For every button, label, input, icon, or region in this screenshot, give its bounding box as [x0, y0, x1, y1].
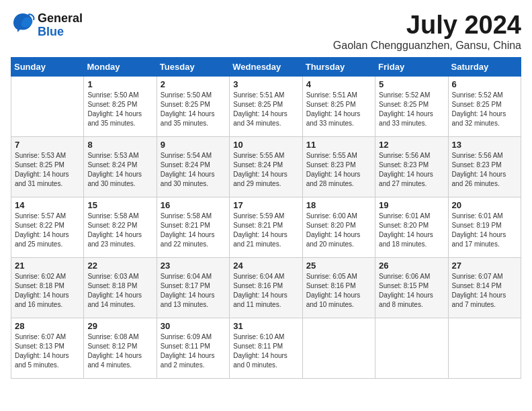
day-number: 5	[379, 79, 444, 89]
day-of-week-header: Thursday	[302, 58, 375, 77]
day-number: 10	[233, 140, 298, 150]
day-number: 2	[161, 79, 226, 89]
day-info: Sunrise: 5:51 AM Sunset: 8:25 PM Dayligh…	[306, 91, 371, 128]
calendar-day-cell: 20Sunrise: 6:01 AM Sunset: 8:19 PM Dayli…	[448, 197, 521, 258]
calendar-day-cell: 26Sunrise: 6:06 AM Sunset: 8:15 PM Dayli…	[375, 258, 448, 318]
day-info: Sunrise: 6:02 AM Sunset: 8:18 PM Dayligh…	[15, 272, 80, 310]
calendar-day-cell: 4Sunrise: 5:51 AM Sunset: 8:25 PM Daylig…	[302, 77, 375, 137]
month-title: July 2024	[333, 11, 521, 40]
day-info: Sunrise: 5:58 AM Sunset: 8:21 PM Dayligh…	[161, 212, 226, 249]
day-info: Sunrise: 6:09 AM Sunset: 8:11 PM Dayligh…	[161, 332, 226, 370]
calendar-week-row: 7Sunrise: 5:53 AM Sunset: 8:25 PM Daylig…	[11, 137, 521, 197]
calendar-day-cell: 15Sunrise: 5:58 AM Sunset: 8:22 PM Dayli…	[84, 197, 157, 258]
calendar-day-cell: 10Sunrise: 5:55 AM Sunset: 8:24 PM Dayli…	[230, 137, 302, 197]
calendar-day-cell	[11, 77, 84, 137]
day-number: 13	[452, 140, 517, 150]
calendar-day-cell: 6Sunrise: 5:52 AM Sunset: 8:25 PM Daylig…	[448, 77, 521, 137]
calendar-day-cell: 24Sunrise: 6:04 AM Sunset: 8:16 PM Dayli…	[230, 258, 302, 318]
calendar-day-cell	[302, 318, 375, 379]
calendar-day-cell	[375, 318, 448, 379]
title-block: July 2024 Gaolan Chengguanzhen, Gansu, C…	[333, 11, 521, 52]
day-number: 26	[379, 261, 444, 271]
header-row: SundayMondayTuesdayWednesdayThursdayFrid…	[11, 58, 521, 77]
calendar-day-cell: 30Sunrise: 6:09 AM Sunset: 8:11 PM Dayli…	[157, 318, 229, 379]
day-info: Sunrise: 5:56 AM Sunset: 8:23 PM Dayligh…	[379, 151, 444, 189]
day-number: 7	[15, 140, 80, 150]
day-number: 9	[161, 140, 226, 150]
day-info: Sunrise: 6:06 AM Sunset: 8:15 PM Dayligh…	[379, 272, 444, 310]
day-info: Sunrise: 6:04 AM Sunset: 8:17 PM Dayligh…	[161, 272, 226, 310]
day-number: 17	[233, 200, 298, 210]
day-number: 23	[161, 261, 226, 271]
day-number: 24	[233, 261, 298, 271]
calendar-day-cell: 19Sunrise: 6:01 AM Sunset: 8:20 PM Dayli…	[375, 197, 448, 258]
calendar-day-cell: 5Sunrise: 5:52 AM Sunset: 8:25 PM Daylig…	[375, 77, 448, 137]
day-of-week-header: Wednesday	[230, 58, 302, 77]
logo-icon	[11, 11, 35, 40]
calendar-day-cell: 8Sunrise: 5:53 AM Sunset: 8:24 PM Daylig…	[84, 137, 157, 197]
calendar-day-cell: 13Sunrise: 5:56 AM Sunset: 8:23 PM Dayli…	[448, 137, 521, 197]
day-info: Sunrise: 5:56 AM Sunset: 8:23 PM Dayligh…	[452, 151, 517, 189]
calendar-day-cell: 16Sunrise: 5:58 AM Sunset: 8:21 PM Dayli…	[157, 197, 229, 258]
calendar-body: 1Sunrise: 5:50 AM Sunset: 8:25 PM Daylig…	[11, 77, 521, 379]
day-info: Sunrise: 5:53 AM Sunset: 8:24 PM Dayligh…	[87, 151, 152, 189]
day-number: 12	[379, 140, 444, 150]
calendar-day-cell: 18Sunrise: 6:00 AM Sunset: 8:20 PM Dayli…	[302, 197, 375, 258]
logo-text: General Blue	[38, 12, 83, 39]
calendar-day-cell: 1Sunrise: 5:50 AM Sunset: 8:25 PM Daylig…	[84, 77, 157, 137]
day-info: Sunrise: 5:50 AM Sunset: 8:25 PM Dayligh…	[87, 91, 152, 128]
day-info: Sunrise: 5:58 AM Sunset: 8:22 PM Dayligh…	[87, 212, 152, 249]
day-info: Sunrise: 5:59 AM Sunset: 8:21 PM Dayligh…	[233, 212, 298, 249]
logo: General Blue	[11, 11, 83, 40]
day-number: 14	[15, 200, 80, 210]
day-info: Sunrise: 6:04 AM Sunset: 8:16 PM Dayligh…	[233, 272, 298, 310]
calendar-day-cell: 7Sunrise: 5:53 AM Sunset: 8:25 PM Daylig…	[11, 137, 84, 197]
day-info: Sunrise: 6:00 AM Sunset: 8:20 PM Dayligh…	[306, 212, 371, 249]
page-header: General Blue July 2024 Gaolan Chengguanz…	[11, 11, 521, 52]
day-number: 15	[87, 200, 152, 210]
day-info: Sunrise: 6:01 AM Sunset: 8:20 PM Dayligh…	[379, 212, 444, 249]
day-number: 30	[161, 321, 226, 331]
calendar-day-cell: 29Sunrise: 6:08 AM Sunset: 8:12 PM Dayli…	[84, 318, 157, 379]
day-number: 31	[233, 321, 298, 331]
location-title: Gaolan Chengguanzhen, Gansu, China	[333, 40, 521, 52]
calendar-header: SundayMondayTuesdayWednesdayThursdayFrid…	[11, 58, 521, 77]
day-number: 11	[306, 140, 371, 150]
day-number: 28	[15, 321, 80, 331]
day-number: 22	[87, 261, 152, 271]
day-info: Sunrise: 6:01 AM Sunset: 8:19 PM Dayligh…	[452, 212, 517, 249]
day-of-week-header: Monday	[84, 58, 157, 77]
day-number: 6	[452, 79, 517, 89]
calendar-week-row: 1Sunrise: 5:50 AM Sunset: 8:25 PM Daylig…	[11, 77, 521, 137]
logo-blue: Blue	[38, 26, 83, 39]
calendar-day-cell: 9Sunrise: 5:54 AM Sunset: 8:24 PM Daylig…	[157, 137, 229, 197]
calendar-day-cell: 21Sunrise: 6:02 AM Sunset: 8:18 PM Dayli…	[11, 258, 84, 318]
calendar-day-cell: 31Sunrise: 6:10 AM Sunset: 8:11 PM Dayli…	[230, 318, 302, 379]
calendar-day-cell: 27Sunrise: 6:07 AM Sunset: 8:14 PM Dayli…	[448, 258, 521, 318]
day-info: Sunrise: 5:53 AM Sunset: 8:25 PM Dayligh…	[15, 151, 80, 189]
day-of-week-header: Friday	[375, 58, 448, 77]
day-info: Sunrise: 6:05 AM Sunset: 8:16 PM Dayligh…	[306, 272, 371, 310]
day-of-week-header: Tuesday	[157, 58, 229, 77]
day-of-week-header: Sunday	[11, 58, 84, 77]
calendar-week-row: 14Sunrise: 5:57 AM Sunset: 8:22 PM Dayli…	[11, 197, 521, 258]
day-number: 27	[452, 261, 517, 271]
calendar-day-cell: 28Sunrise: 6:07 AM Sunset: 8:13 PM Dayli…	[11, 318, 84, 379]
day-number: 18	[306, 200, 371, 210]
calendar-day-cell	[448, 318, 521, 379]
day-info: Sunrise: 5:54 AM Sunset: 8:24 PM Dayligh…	[161, 151, 226, 189]
day-info: Sunrise: 6:07 AM Sunset: 8:14 PM Dayligh…	[452, 272, 517, 310]
day-info: Sunrise: 6:08 AM Sunset: 8:12 PM Dayligh…	[87, 332, 152, 370]
calendar-day-cell: 22Sunrise: 6:03 AM Sunset: 8:18 PM Dayli…	[84, 258, 157, 318]
calendar-day-cell: 3Sunrise: 5:51 AM Sunset: 8:25 PM Daylig…	[230, 77, 302, 137]
calendar-week-row: 28Sunrise: 6:07 AM Sunset: 8:13 PM Dayli…	[11, 318, 521, 379]
day-info: Sunrise: 5:52 AM Sunset: 8:25 PM Dayligh…	[452, 91, 517, 128]
calendar-day-cell: 14Sunrise: 5:57 AM Sunset: 8:22 PM Dayli…	[11, 197, 84, 258]
day-info: Sunrise: 5:51 AM Sunset: 8:25 PM Dayligh…	[233, 91, 298, 128]
calendar-week-row: 21Sunrise: 6:02 AM Sunset: 8:18 PM Dayli…	[11, 258, 521, 318]
day-number: 20	[452, 200, 517, 210]
day-info: Sunrise: 5:52 AM Sunset: 8:25 PM Dayligh…	[379, 91, 444, 128]
day-info: Sunrise: 5:55 AM Sunset: 8:24 PM Dayligh…	[233, 151, 298, 189]
calendar-day-cell: 17Sunrise: 5:59 AM Sunset: 8:21 PM Dayli…	[230, 197, 302, 258]
calendar-day-cell: 23Sunrise: 6:04 AM Sunset: 8:17 PM Dayli…	[157, 258, 229, 318]
